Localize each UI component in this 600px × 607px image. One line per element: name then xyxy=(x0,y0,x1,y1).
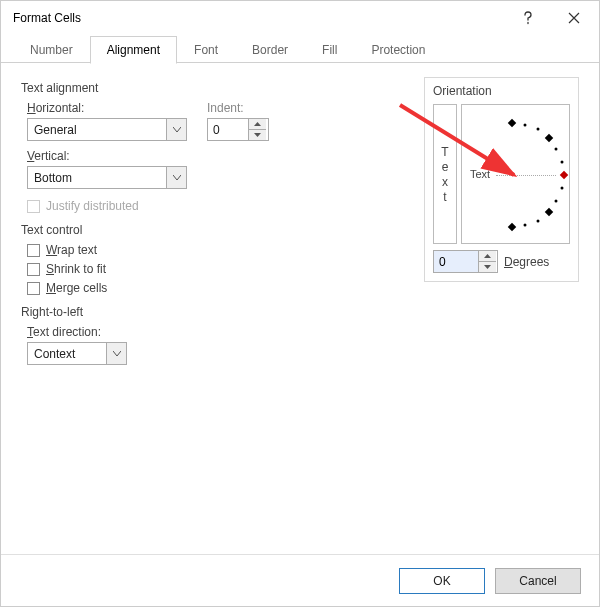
tab-border[interactable]: Border xyxy=(235,36,305,64)
horizontal-label: Horizontal: xyxy=(27,101,187,115)
format-cells-dialog: Format Cells Number Alignment Font Borde… xyxy=(0,0,600,607)
indent-spinner[interactable] xyxy=(207,118,269,141)
close-button[interactable] xyxy=(551,3,597,33)
title-bar: Format Cells xyxy=(1,1,599,35)
indent-label: Indent: xyxy=(207,101,269,115)
text-dir-label: Text direction: xyxy=(27,325,579,339)
tab-alignment[interactable]: Alignment xyxy=(90,36,177,64)
orientation-text-label: Text xyxy=(470,168,490,180)
orientation-group-box: Orientation Text Text xyxy=(424,77,579,282)
spin-down-icon[interactable] xyxy=(479,262,496,272)
merge-check[interactable]: Merge cells xyxy=(27,281,579,295)
wrap-label: Wrap text xyxy=(46,243,97,257)
tab-protection[interactable]: Protection xyxy=(354,36,442,64)
checkbox-icon xyxy=(27,244,40,257)
degrees-label: Degrees xyxy=(504,255,549,269)
angle-handle[interactable] xyxy=(560,171,568,179)
orientation-dial[interactable]: Text xyxy=(461,104,570,244)
ok-button[interactable]: OK xyxy=(399,568,485,594)
cancel-button[interactable]: Cancel xyxy=(495,568,581,594)
checkbox-icon xyxy=(27,200,40,213)
chevron-down-icon xyxy=(106,343,126,364)
vertical-combo[interactable]: Bottom xyxy=(27,166,187,189)
vertical-value: Bottom xyxy=(28,171,166,185)
shrink-label: Shrink to fit xyxy=(46,262,106,276)
merge-label: Merge cells xyxy=(46,281,107,295)
tab-fill[interactable]: Fill xyxy=(305,36,354,64)
horizontal-combo[interactable]: General xyxy=(27,118,187,141)
tab-font[interactable]: Font xyxy=(177,36,235,64)
dialog-footer: OK Cancel xyxy=(1,554,599,606)
text-dir-value: Context xyxy=(28,347,106,361)
spin-down-icon[interactable] xyxy=(249,130,266,140)
rtl-group: Right-to-left xyxy=(21,305,579,319)
degrees-spinner[interactable] xyxy=(433,250,498,273)
checkbox-icon xyxy=(27,282,40,295)
chevron-down-icon xyxy=(166,167,186,188)
help-button[interactable] xyxy=(505,3,551,33)
checkbox-icon xyxy=(27,263,40,276)
vertical-text-button[interactable]: Text xyxy=(433,104,457,244)
orientation-title: Orientation xyxy=(433,84,570,98)
spin-up-icon[interactable] xyxy=(249,119,266,130)
tab-strip: Number Alignment Font Border Fill Protec… xyxy=(1,35,599,63)
degrees-input[interactable] xyxy=(434,251,478,272)
tab-number[interactable]: Number xyxy=(13,36,90,64)
spin-up-icon[interactable] xyxy=(479,251,496,262)
horizontal-value: General xyxy=(28,123,166,137)
chevron-down-icon xyxy=(166,119,186,140)
indent-input[interactable] xyxy=(208,123,248,137)
angle-line xyxy=(496,175,556,176)
content-area: Text alignment Horizontal: General Inden… xyxy=(1,63,599,553)
justify-label: Justify distributed xyxy=(46,199,139,213)
dialog-title: Format Cells xyxy=(13,11,505,25)
text-dir-combo[interactable]: Context xyxy=(27,342,127,365)
